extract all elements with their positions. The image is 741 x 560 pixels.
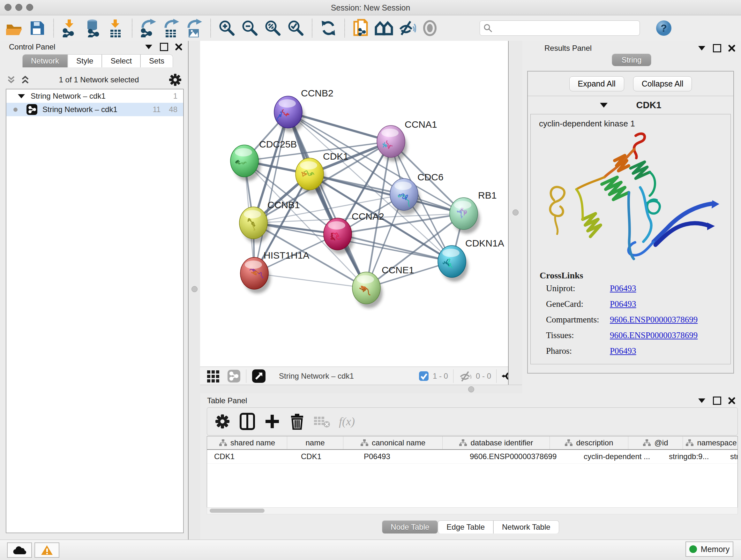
crosslink-value-link[interactable]: P06493 [610,299,636,309]
first-neighbors-button[interactable] [374,18,394,38]
table-cell[interactable]: stringdb:9... [662,450,723,463]
import-network-file-button[interactable] [60,18,80,38]
column-header-description[interactable]: description [550,436,628,449]
tab-network[interactable]: Network [22,54,68,67]
table-cell[interactable]: stringdb [723,450,738,463]
column-header-canonical-name[interactable]: canonical name [343,436,443,449]
tab-string[interactable]: String [612,54,652,66]
import-table-button[interactable] [106,18,126,38]
panel-float-icon[interactable] [713,396,721,405]
crosslink-value-link[interactable]: 9606.ENSP00000378699 [610,330,697,340]
panel-float-icon[interactable] [160,43,168,51]
node-CDC25B[interactable] [230,145,261,181]
edge-HIST1H1A-CCNE1[interactable] [254,273,366,288]
zoom-out-button[interactable] [240,18,260,38]
export-table-button[interactable] [161,18,181,38]
gear-icon[interactable] [168,72,183,87]
network-canvas[interactable]: CCNB2CCNA1CDC25BCDK1CDC6RB1CCNB1CCNA2CDK… [200,41,508,367]
crosslink-value-link[interactable]: 9606.ENSP00000378699 [610,315,697,325]
grid-view-icon[interactable] [206,369,220,383]
right-splitter-handle[interactable] [513,209,519,215]
refresh-button[interactable] [319,18,338,38]
import-network-database-button[interactable] [83,18,103,38]
tab-node-table[interactable]: Node Table [382,520,438,534]
panel-close-icon[interactable] [728,45,735,52]
network-view-mode-icon[interactable] [227,369,241,383]
network-row[interactable]: String Network – cdk1 11 48 [6,103,183,116]
edge-CCNB2-HIST1H1A[interactable] [254,112,288,273]
show-all-button[interactable] [420,18,440,38]
search-input[interactable] [493,23,636,33]
save-session-button[interactable] [27,18,47,38]
table-panel-header: Table Panel [200,393,741,406]
delete-column-button[interactable] [287,412,307,431]
panel-menu-caret-icon[interactable] [698,398,705,403]
tab-select[interactable]: Select [102,54,140,67]
collapse-all-chevron-icon[interactable] [6,75,16,84]
crosslink-value-link[interactable]: P06493 [610,346,636,356]
tab-sets[interactable]: Sets [140,54,173,67]
network-graph[interactable]: CCNB2CCNA1CDC25BCDK1CDC6RB1CCNB1CCNA2CDK… [200,41,508,367]
table-settings-button[interactable] [213,412,232,431]
tab-edge-table[interactable]: Edge Table [438,520,493,534]
export-image-button[interactable] [185,18,204,38]
expand-all-chevron-icon[interactable] [20,75,30,84]
panel-close-icon[interactable] [175,44,182,51]
expand-all-button[interactable]: Expand All [569,76,624,91]
node-RB1[interactable] [450,198,480,234]
right-splitter[interactable] [508,41,523,393]
table-cell[interactable]: cyclin-dependent ... [577,450,662,463]
node-CDK1[interactable] [295,158,326,194]
detach-view-icon[interactable] [252,369,266,383]
node-table[interactable]: shared namenamecanonical namedatabase id… [207,436,738,508]
node-CDKN1A[interactable] [438,246,468,282]
column-header-name[interactable]: name [287,436,343,449]
table-cell[interactable]: 9606.ENSP00000378699 [463,450,577,463]
tab-network-table[interactable]: Network Table [493,520,559,534]
open-session-button[interactable] [4,18,24,38]
add-column-button[interactable] [263,412,282,431]
clone-network-button[interactable] [351,18,371,38]
panel-menu-caret-icon[interactable] [145,45,152,49]
panel-menu-caret-icon[interactable] [698,46,705,51]
left-splitter-handle[interactable] [192,286,198,292]
selected-checkbox-icon[interactable] [419,371,429,381]
memory-button[interactable]: Memory [685,542,733,557]
show-columns-button[interactable] [238,412,257,431]
table-cell[interactable]: CDK1 [294,450,357,463]
toolbar-search[interactable] [480,20,640,36]
column-header-database-identifier[interactable]: database identifier [443,436,550,449]
help-button[interactable]: ? [654,18,674,38]
column-header--id[interactable]: @id [628,436,683,449]
zoom-fit-button[interactable] [263,18,283,38]
table-cell[interactable]: CDK1 [207,450,294,463]
node-HIST1H1A[interactable] [240,257,271,294]
edge-CCNB2-CCNE1[interactable] [288,112,366,288]
panel-float-icon[interactable] [713,44,721,52]
network-collection-row[interactable]: String Network – cdk1 1 [6,89,183,103]
left-splitter[interactable] [188,41,201,540]
horizontal-splitter-handle[interactable] [468,386,474,392]
export-network-button[interactable] [138,18,158,38]
scrollbar-thumb[interactable] [210,509,265,513]
table-row[interactable]: CDK1CDK1P064939606.ENSP00000378699cyclin… [207,450,738,463]
crosslink-value-link[interactable]: P06493 [610,284,636,294]
column-header-namespace[interactable]: namespace [683,436,738,449]
collapse-all-button[interactable]: Collapse All [633,76,692,91]
node-CCNB2[interactable] [274,96,305,132]
table-cell[interactable]: P06493 [357,450,463,463]
hide-selection-button[interactable] [397,18,417,38]
zoom-selected-button[interactable] [286,18,306,38]
warning-status-button[interactable] [35,543,59,558]
zoom-in-button[interactable] [217,18,237,38]
column-header-shared-name[interactable]: shared name [207,436,287,449]
table-horizontal-scrollbar[interactable] [207,507,738,514]
gene-collapse-caret-icon[interactable] [600,103,608,108]
cloud-status-button[interactable] [7,543,32,558]
node-CCNE1[interactable] [352,272,383,308]
collection-expand-caret-icon[interactable] [18,94,25,98]
panel-close-icon[interactable] [728,397,735,404]
gene-header-row[interactable]: CDK1 [528,96,733,114]
hidden-eye-slash-icon[interactable] [459,370,473,382]
tab-style[interactable]: Style [68,54,102,67]
